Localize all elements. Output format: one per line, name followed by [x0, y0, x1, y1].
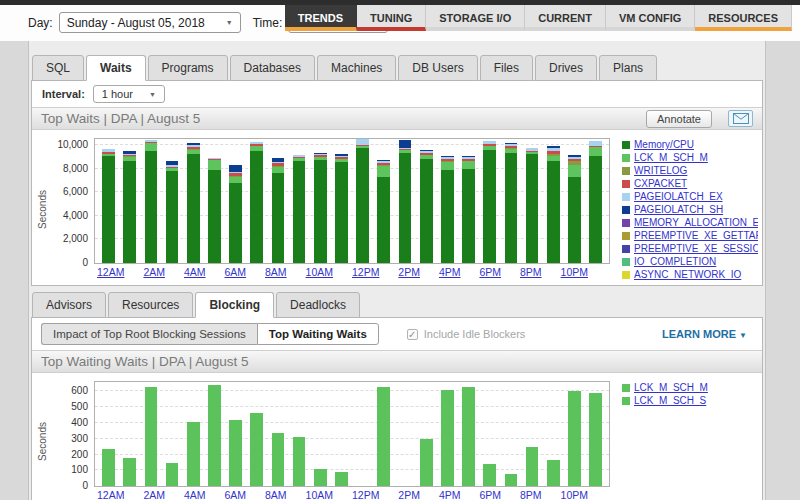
x-tick-label-link[interactable]: 12PM — [352, 489, 379, 500]
x-tick-label-link[interactable]: 10AM — [306, 489, 333, 500]
x-tick-label-link[interactable]: 2PM — [398, 489, 420, 500]
bar-4AM[interactable] — [187, 422, 200, 486]
tab-deadlocks[interactable]: Deadlocks — [276, 292, 360, 318]
bar-11AM[interactable] — [335, 154, 348, 263]
bar-3AM[interactable] — [166, 161, 179, 263]
legend-item-WRITELOG[interactable]: WRITELOG — [622, 164, 758, 177]
bar-1PM[interactable] — [377, 387, 390, 486]
bar-10AM[interactable] — [314, 153, 327, 263]
impact-toggle-button[interactable]: Impact of Top Root Blocking Sessions — [41, 323, 257, 345]
bar-10PM[interactable] — [568, 155, 581, 263]
bar-9AM[interactable] — [293, 437, 306, 486]
bar-10AM[interactable] — [314, 469, 327, 486]
bar-3AM[interactable] — [166, 463, 179, 486]
tab-databases[interactable]: Databases — [230, 55, 315, 81]
tab-programs[interactable]: Programs — [148, 55, 228, 81]
bar-8PM[interactable] — [526, 148, 539, 263]
x-tick-label-link[interactable]: 2AM — [143, 266, 165, 278]
learn-more-link[interactable]: LEARN MORE ▼ — [662, 328, 747, 340]
legend-item-Memory/CPU[interactable]: Memory/CPU — [622, 138, 758, 151]
nav-tab-trends[interactable]: TRENDS — [285, 5, 357, 31]
bar-7PM[interactable] — [505, 474, 518, 486]
legend-item-LCK_M_SCH_S[interactable]: LCK_M_SCH_S — [622, 394, 758, 407]
bar-6PM[interactable] — [483, 141, 496, 263]
x-tick-label-link[interactable]: 6AM — [224, 489, 246, 500]
interval-dropdown[interactable]: 1 hour ▼ — [93, 85, 165, 103]
bar-9PM[interactable] — [547, 460, 560, 486]
tab-resources[interactable]: Resources — [108, 292, 193, 318]
legend-item-LCK_M_SCH_M[interactable]: LCK_M_SCH_M — [622, 151, 758, 164]
bar-6AM[interactable] — [229, 420, 242, 486]
tab-files[interactable]: Files — [480, 55, 533, 81]
bar-11PM[interactable] — [589, 141, 602, 263]
bar-1AM[interactable] — [123, 458, 136, 486]
legend-item-CXPACKET[interactable]: CXPACKET — [622, 177, 758, 190]
tab-advisors[interactable]: Advisors — [32, 292, 106, 318]
nav-tab-vm-config[interactable]: VM CONFIG — [606, 5, 695, 31]
bar-4AM[interactable] — [187, 143, 200, 263]
x-tick-label-link[interactable]: 12AM — [97, 489, 124, 500]
legend-item-PREEMPTIVE_XE_GETTARGETSTA[interactable]: PREEMPTIVE_XE_GETTARGETSTA — [622, 229, 758, 242]
nav-tab-tuning[interactable]: TUNING — [357, 5, 426, 31]
legend-item-PREEMPTIVE_XE_SESSIONCOMMIT[interactable]: PREEMPTIVE_XE_SESSIONCOMMIT — [622, 242, 758, 255]
legend-item-IO_COMPLETION[interactable]: IO_COMPLETION — [622, 255, 758, 268]
bar-11PM[interactable] — [589, 393, 602, 486]
bar-5PM[interactable] — [462, 156, 475, 263]
bar-7PM[interactable] — [505, 143, 518, 263]
bar-1AM[interactable] — [123, 151, 136, 263]
x-tick-label-link[interactable]: 10PM — [561, 489, 588, 500]
annotate-button[interactable]: Annotate — [646, 110, 712, 128]
legend-item-PAGEIOLATCH_SH[interactable]: PAGEIOLATCH_SH — [622, 203, 758, 216]
bar-9AM[interactable] — [293, 155, 306, 263]
bar-4PM[interactable] — [441, 390, 454, 486]
bar-1PM[interactable] — [377, 160, 390, 263]
tab-db-users[interactable]: DB Users — [398, 55, 477, 81]
tab-plans[interactable]: Plans — [599, 55, 657, 81]
x-tick-label-link[interactable]: 8AM — [265, 266, 287, 278]
bar-2PM[interactable] — [399, 140, 412, 263]
tab-machines[interactable]: Machines — [317, 55, 396, 81]
bar-3PM[interactable] — [420, 150, 433, 263]
x-tick-label-link[interactable]: 12PM — [352, 266, 379, 278]
bar-3PM[interactable] — [420, 439, 433, 486]
tab-sql[interactable]: SQL — [32, 55, 84, 81]
nav-tab-storage-io[interactable]: STORAGE I/O — [426, 5, 525, 31]
x-tick-label-link[interactable]: 6AM — [224, 266, 246, 278]
bar-5AM[interactable] — [208, 385, 221, 486]
x-tick-label-link[interactable]: 4AM — [184, 489, 206, 500]
bar-5AM[interactable] — [208, 158, 221, 263]
bar-7AM[interactable] — [250, 142, 263, 263]
bar-2AM[interactable] — [145, 140, 158, 263]
x-tick-label-link[interactable]: 6PM — [479, 489, 501, 500]
bar-12AM[interactable] — [102, 449, 115, 486]
day-dropdown[interactable]: Sunday - August 05, 2018 ▼ — [59, 12, 241, 33]
email-button[interactable] — [728, 110, 753, 127]
bar-5PM[interactable] — [462, 387, 475, 486]
tab-drives[interactable]: Drives — [535, 55, 597, 81]
x-tick-label-link[interactable]: 4PM — [439, 489, 461, 500]
x-tick-label-link[interactable]: 6PM — [479, 266, 501, 278]
x-tick-label-link[interactable]: 12AM — [97, 266, 124, 278]
bar-6AM[interactable] — [229, 165, 242, 263]
bar-6PM[interactable] — [483, 464, 496, 486]
bar-8AM[interactable] — [272, 158, 285, 263]
include-idle-blockers-checkbox[interactable]: ✓ — [407, 329, 418, 340]
bar-9PM[interactable] — [547, 146, 560, 263]
top-waiting-waits-toggle-button[interactable]: Top Waiting Waits — [257, 323, 379, 345]
legend-item-ASYNC_NETWORK_IO[interactable]: ASYNC_NETWORK_IO — [622, 268, 758, 281]
nav-tab-current[interactable]: CURRENT — [525, 5, 606, 31]
x-tick-label-link[interactable]: 2AM — [143, 489, 165, 500]
x-tick-label-link[interactable]: 8AM — [265, 489, 287, 500]
x-tick-label-link[interactable]: 2PM — [398, 266, 420, 278]
bar-2AM[interactable] — [145, 387, 158, 486]
x-tick-label-link[interactable]: 8PM — [520, 266, 542, 278]
x-tick-label-link[interactable]: 4PM — [439, 266, 461, 278]
bar-8AM[interactable] — [272, 433, 285, 486]
nav-tab-resources[interactable]: RESOURCES — [695, 5, 792, 31]
legend-item-MEMORY_ALLOCATION_EXT[interactable]: MEMORY_ALLOCATION_EXT — [622, 216, 758, 229]
bar-7AM[interactable] — [250, 413, 263, 486]
bar-12PM[interactable] — [356, 139, 369, 263]
legend-item-LCK_M_SCH_M[interactable]: LCK_M_SCH_M — [622, 381, 758, 394]
tab-blocking[interactable]: Blocking — [195, 292, 274, 318]
bar-8PM[interactable] — [526, 447, 539, 486]
